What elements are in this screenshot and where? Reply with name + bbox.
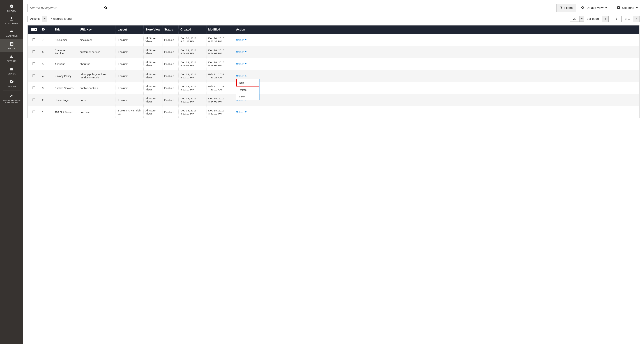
cell-layout: 1 column: [116, 34, 144, 46]
sidebar-item-content[interactable]: CONTENT: [0, 39, 23, 52]
cell-id: 2: [40, 94, 53, 106]
table-row[interactable]: 6Customer Servicecustomer-service1 colum…: [28, 46, 639, 58]
sidebar-item-label: SYSTEM: [8, 85, 16, 87]
cell-url-key: privacy-policy-cookie-restriction-mode: [78, 70, 116, 82]
select-action-link[interactable]: Select: [236, 74, 246, 78]
sidebar-item-reports[interactable]: REPORTS: [0, 52, 23, 64]
sidebar-item-label: REPORTS: [7, 60, 16, 62]
table-row[interactable]: 1404 Not Foundno-route2 columns with rig…: [28, 106, 639, 118]
separator: [612, 5, 612, 11]
caret-down-icon: [605, 6, 607, 10]
cell-created: Dec 18, 2016 8:52:10 PM: [178, 70, 206, 82]
search-input[interactable]: [30, 6, 104, 10]
sidebar-item-stores[interactable]: STORES: [0, 64, 23, 77]
cell-url-key: about-us: [78, 58, 116, 70]
svg-rect-6: [12, 57, 13, 58]
header-modified[interactable]: Modified: [206, 25, 234, 34]
cube-icon: [9, 4, 14, 9]
header-action: Action: [234, 25, 260, 34]
row-checkbox[interactable]: [32, 50, 36, 53]
cell-status: Enabled: [162, 106, 178, 118]
action-delete[interactable]: Delete: [236, 86, 259, 93]
default-view-control[interactable]: Default View: [579, 5, 609, 10]
columns-control[interactable]: Columns: [615, 6, 640, 10]
select-action-link[interactable]: Select: [236, 38, 246, 41]
cell-layout: 1 column: [116, 94, 144, 106]
select-action-link[interactable]: Select: [236, 62, 246, 65]
cell-created: Dec 20, 2016 8:51:23 PM: [178, 34, 206, 46]
cell-status: Enabled: [162, 82, 178, 94]
cell-store-view: All Store Views: [144, 106, 162, 118]
sidebar-item-customers[interactable]: CUSTOMERS: [0, 14, 23, 27]
select-action-link[interactable]: Select: [236, 50, 246, 53]
cell-title: Privacy Policy: [53, 70, 78, 82]
header-layout[interactable]: Layout: [116, 25, 144, 34]
header-url-key[interactable]: URL Key: [78, 25, 116, 34]
cell-modified: Feb 21, 2023 7:33:28 AM: [206, 70, 234, 82]
svg-line-8: [106, 8, 108, 9]
cell-store-view: All Store Views: [144, 58, 162, 70]
table-row[interactable]: 3Enable Cookiesenable-cookies1 columnAll…: [28, 82, 639, 94]
actions-select[interactable]: Actions: [28, 16, 47, 22]
svg-point-7: [104, 6, 106, 8]
cell-modified: Feb 21, 2023 7:33:10 AM: [206, 82, 234, 94]
table-row[interactable]: 4Privacy Policyprivacy-policy-cookie-res…: [28, 70, 639, 82]
cell-id: 4: [40, 70, 53, 82]
sidebar-item-label: CUSTOMERS: [6, 22, 18, 24]
cell-id: 1: [40, 106, 53, 118]
header-checkbox[interactable]: [28, 25, 40, 34]
header-id[interactable]: ID: [40, 25, 53, 34]
cell-id: 7: [40, 34, 53, 46]
per-page-trigger[interactable]: [580, 16, 584, 22]
row-checkbox[interactable]: [32, 111, 36, 113]
filters-label: Filters: [564, 6, 572, 10]
cell-modified: Dec 18, 2016 8:52:10 PM: [206, 106, 234, 118]
per-page-label: per page: [587, 17, 599, 21]
cell-url-key: customer-service: [78, 46, 116, 58]
action-view[interactable]: View: [236, 93, 259, 100]
pager: of 1: [602, 16, 640, 22]
header-created[interactable]: Created: [178, 25, 206, 34]
sidebar-item-label: CONTENT: [7, 47, 16, 50]
row-checkbox[interactable]: [32, 74, 36, 77]
row-checkbox[interactable]: [32, 38, 36, 41]
cell-id: 3: [40, 82, 53, 94]
next-page-button[interactable]: [633, 16, 640, 22]
cell-url-key: enable-cookies: [78, 82, 116, 94]
filters-button[interactable]: Filters: [556, 4, 576, 12]
table-row[interactable]: 5About usabout-us1 columnAll Store Views…: [28, 58, 639, 70]
sidebar-item-partners[interactable]: FIND PARTNERS & EXTENSIONS: [0, 91, 23, 106]
prev-page-button[interactable]: [602, 16, 608, 22]
actions-label: Actions: [28, 16, 42, 22]
caret-down-icon: [636, 6, 638, 10]
sidebar-item-label: STORES: [8, 73, 16, 75]
header-title[interactable]: Title: [53, 25, 78, 34]
sidebar-item-system[interactable]: SYSTEM: [0, 77, 23, 90]
cell-modified: Dec 18, 2016 8:54:09 PM: [206, 58, 234, 70]
main-content: Filters Default View Columns Actions 7 r…: [23, 0, 644, 344]
row-checkbox[interactable]: [32, 86, 36, 89]
page-input[interactable]: [612, 16, 622, 22]
table-row[interactable]: 2Home Pagehome1 columnAll Store ViewsEna…: [28, 94, 639, 106]
row-checkbox[interactable]: [32, 99, 36, 101]
sidebar-item-marketing[interactable]: MARKETING: [0, 27, 23, 39]
cell-url-key: home: [78, 94, 116, 106]
svg-rect-3: [11, 42, 13, 44]
cell-created: Dec 18, 2016 8:52:10 PM: [178, 94, 206, 106]
page-of-text: of 1: [625, 17, 630, 21]
bar-chart-icon: [9, 54, 14, 59]
megaphone-icon: [9, 29, 14, 34]
table-row[interactable]: 7Disclaimerdisclaimer1 columnAll Store V…: [28, 34, 639, 46]
sidebar-item-catalog[interactable]: CATALOG: [0, 1, 23, 14]
sidebar: CATALOG CUSTOMERS MARKETING CONTENT REPO…: [0, 0, 23, 344]
header-status[interactable]: Status: [162, 25, 178, 34]
select-action-link[interactable]: Select: [236, 111, 246, 114]
cell-status: Enabled: [162, 34, 178, 46]
actions-trigger[interactable]: [42, 16, 47, 22]
header-store-view[interactable]: Store View: [144, 25, 162, 34]
row-checkbox[interactable]: [32, 62, 36, 65]
per-page-control: 20 per page: [570, 16, 599, 22]
action-edit[interactable]: Edit: [236, 79, 259, 86]
sidebar-item-label: CATALOG: [7, 10, 16, 12]
search-icon[interactable]: [104, 6, 108, 10]
